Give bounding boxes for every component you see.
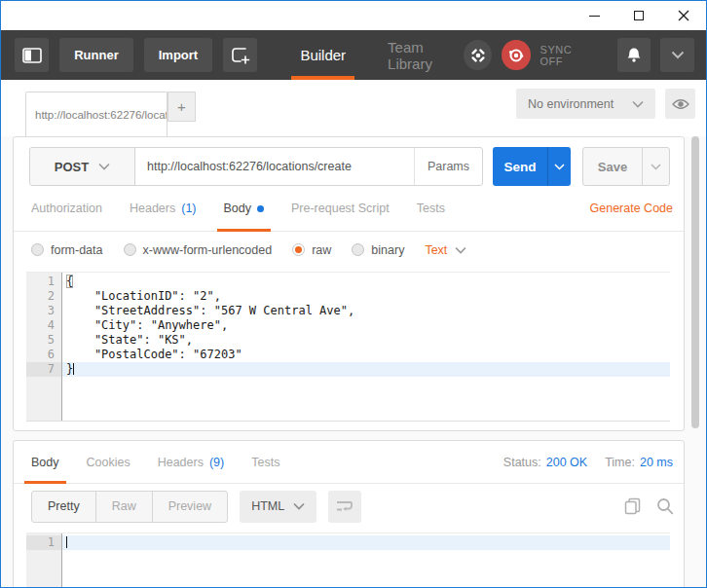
line-number: 3 [26,304,61,318]
params-label: Params [428,160,469,173]
radio-label: form-data [51,243,103,257]
view-mode-pretty[interactable]: Pretty [32,492,96,522]
notifications-button[interactable] [617,38,651,72]
environment-preview-button[interactable] [665,89,695,119]
minimize-icon [589,16,600,17]
open-request-tab[interactable]: http://localhost:62276/locat [25,92,167,136]
code-area[interactable] [62,533,670,587]
new-tab-button[interactable]: + [167,92,196,122]
response-actions [624,497,674,515]
tab-builder[interactable]: Builder [300,30,346,80]
chevron-down-icon [671,51,685,59]
save-options-button[interactable] [642,148,669,185]
minimize-button[interactable] [572,1,616,30]
generate-code-link[interactable]: Generate Code [590,202,673,215]
close-button[interactable] [661,1,706,30]
active-tab-underline [217,229,272,232]
code-line[interactable]: { [62,275,670,289]
save-button[interactable]: Save [583,148,642,185]
code-line[interactable]: } [62,362,670,377]
radio-label: raw [312,243,331,257]
environment-selector[interactable]: No environment [516,89,655,119]
code-line[interactable]: "StreetAddress": "567 W Central Ave", [62,304,670,318]
response-tabs: BodyCookiesHeaders(9)Tests [31,441,307,483]
tab-label: Headers [130,202,175,215]
interceptor-icon [470,48,486,63]
sync-button[interactable] [502,40,530,70]
tab-tests[interactable]: Tests [417,186,445,231]
tab-pre-request-script[interactable]: Pre-request Script [291,186,390,231]
line-number: 1 [26,275,61,289]
send-button[interactable]: Send [493,147,547,186]
vertical-scrollbar[interactable] [691,136,699,428]
status-value: 200 OK [546,456,587,469]
code-line[interactable]: "LocationID": "2", [62,289,670,304]
import-label: Import [159,48,198,62]
tab-body[interactable]: Body [31,441,59,483]
body-type-raw[interactable]: raw [292,243,331,257]
close-icon [678,10,689,21]
code-area[interactable]: { "LocationID": "2", "StreetAddress": "5… [62,273,670,421]
line-number: 2 [26,289,61,304]
wrap-text-icon [336,499,354,513]
code-line[interactable]: "PostalCode": "67203" [62,348,670,362]
request-body-editor[interactable]: 1234567 { "LocationID": "2", "StreetAddr… [26,272,670,422]
tab-authorization[interactable]: Authorization [31,186,102,231]
save-label: Save [598,160,627,174]
code-line[interactable]: "City": "Anywhere", [62,318,670,333]
text-cursor [66,536,67,548]
code-line[interactable]: "State": "KS", [62,333,670,348]
new-window-button[interactable] [223,38,257,72]
method-selector[interactable]: POST [30,148,135,185]
tab-body[interactable]: Body [224,186,265,231]
raw-type-selector[interactable]: Text [425,243,466,257]
line-number-gutter: 1 [26,533,62,587]
wrap-text-button[interactable] [328,491,361,523]
body-type-x-www-form-urlencoded[interactable]: x-www-form-urlencoded [124,243,273,257]
code-line[interactable] [62,535,670,550]
tab-headers[interactable]: Headers(9) [158,441,225,483]
view-mode-preview[interactable]: Preview [153,492,227,522]
sync-status-label: SYNC OFF [540,44,595,67]
tab-team-library[interactable]: Team Library [388,30,464,80]
chevron-down-icon [98,163,110,170]
sidebar-toggle-icon [22,48,42,63]
response-body-editor[interactable]: 1 [26,533,670,587]
bell-icon [626,47,642,63]
save-button-group: Save [582,147,670,186]
import-button[interactable]: Import [144,38,212,72]
copy-icon[interactable] [624,497,642,515]
maximize-icon [634,11,644,20]
radio-label: binary [371,243,404,257]
body-type-options: form-datax-www-form-urlencodedrawbinary [31,243,404,257]
params-button[interactable]: Params [414,148,482,185]
line-number: 1 [26,535,61,550]
maximize-button[interactable] [616,1,661,30]
search-icon[interactable] [656,497,674,515]
request-url-row: POST http://localhost:62276/locations/cr… [14,137,684,186]
interceptor-button[interactable] [464,40,492,70]
runner-button[interactable]: Runner [59,38,133,72]
url-input[interactable]: http://localhost:62276/locations/create [135,148,414,185]
tab-headers[interactable]: Headers(1) [130,186,197,231]
runner-label: Runner [74,48,119,62]
send-button-group: Send [493,147,571,186]
tab-tests[interactable]: Tests [251,441,279,483]
chevron-down-icon [554,164,565,170]
main-toolbar: Runner Import Builder Team Library [1,30,706,80]
response-tabs-row: BodyCookiesHeaders(9)Tests Status: 200 O… [14,441,684,484]
radio-button [352,243,364,256]
request-tab-title: http://localhost:62276/locat [35,109,167,121]
sync-icon [507,47,525,64]
body-type-form-data[interactable]: form-data [31,243,103,257]
account-menu-button[interactable] [660,38,694,72]
body-type-binary[interactable]: binary [352,243,404,257]
line-number: 7 [26,362,61,377]
send-options-button[interactable] [547,147,571,186]
format-selector[interactable]: HTML [240,491,316,523]
tab-cookies[interactable]: Cookies [87,441,130,483]
view-mode-raw[interactable]: Raw [96,492,153,522]
url-value: http://localhost:62276/locations/create [147,160,352,173]
tab-label: Tests [251,456,279,469]
sidebar-toggle-button[interactable] [15,38,49,72]
